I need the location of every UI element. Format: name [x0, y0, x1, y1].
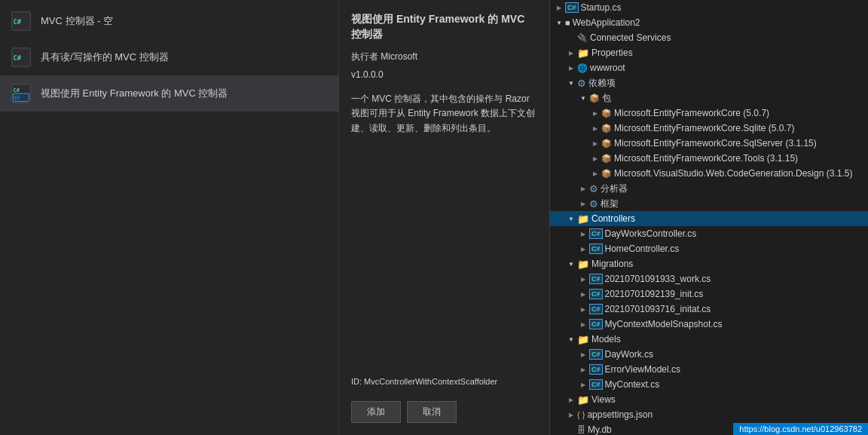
tree-item[interactable]: ▶📁Properties: [550, 45, 868, 60]
tree-label: Microsoft.EntityFrameworkCore.Sqlite (5.…: [614, 123, 794, 133]
tree-icon: 📦: [601, 154, 614, 164]
tree-item[interactable]: ▶C#MyContext.cs: [550, 377, 868, 392]
cancel-button[interactable]: 取消: [407, 401, 457, 423]
tree-item[interactable]: ▶📦Microsoft.EntityFrameworkCore.Tools (3…: [550, 151, 868, 166]
tree-item[interactable]: ▶C#ErrorViewModel.cs: [550, 362, 868, 377]
tree-label: Properties: [591, 47, 633, 58]
tree-item[interactable]: ▶📦Microsoft.EntityFrameworkCore (5.0.7): [550, 106, 868, 121]
tree-item[interactable]: ▶C#20210701091933_work.cs: [550, 271, 868, 286]
tree-icon: 🗄: [577, 425, 588, 434]
tree-item[interactable]: ▼⚙依赖项: [550, 75, 868, 90]
tree-icon: C#: [589, 244, 605, 254]
tree-icon: { }: [577, 410, 587, 419]
tree-item[interactable]: ▶C#MyContextModelSnapshot.cs: [550, 317, 868, 332]
tree-icon: ⚙: [589, 183, 601, 195]
tree-label: Startup.cs: [581, 2, 622, 13]
tree-label: Microsoft.VisualStudio.Web.CodeGeneratio…: [614, 168, 852, 179]
template-list: C# MVC 控制器 - 空 C# 具有读/写操作的 MVC 控制器 C# EF…: [0, 0, 338, 435]
tree-item[interactable]: ▶📦Microsoft.EntityFrameworkCore.Sqlite (…: [550, 121, 868, 136]
tree-icon: C#: [589, 289, 605, 299]
detail-panel: 视图使用 Entity Framework 的 MVC 控制器 执行者 Micr…: [339, 0, 550, 435]
tree-icon: 🔌: [577, 33, 590, 43]
template-icon-mvc-empty: C#: [9, 9, 33, 33]
tree-icon: 📦: [601, 139, 614, 149]
detail-author: 执行者 Microsoft: [351, 51, 537, 63]
tree-item[interactable]: ▶{ }appsettings.json: [550, 407, 868, 422]
tree-item[interactable]: ▶⚙分析器: [550, 181, 868, 196]
tree-item[interactable]: ▼📦包: [550, 90, 868, 106]
svg-text:C#: C#: [14, 54, 22, 62]
tree-item[interactable]: ▶C#Startup.cs: [550, 0, 868, 15]
detail-description: 一个 MVC 控制器，其中包含的操作与 Razor 视图可用于从 Entity …: [351, 92, 537, 365]
status-bar: https://blog.csdn.net/u012963782: [733, 423, 868, 435]
tree-label: 20210701092139_init.cs: [605, 289, 704, 299]
tree-label: Connected Services: [590, 32, 671, 43]
tree-item[interactable]: ▶C#HomeController.cs: [550, 241, 868, 256]
tree-icon: 📦: [589, 93, 602, 103]
tree-arrow: ▶: [577, 351, 589, 358]
tree-label: 依赖项: [588, 77, 616, 90]
tree-icon: 🌐: [577, 63, 590, 73]
tree-item[interactable]: ▶📁Views: [550, 392, 868, 407]
tree-item[interactable]: ▶📦Microsoft.EntityFrameworkCore.SqlServe…: [550, 136, 868, 151]
tree-icon: C#: [589, 364, 605, 375]
tree-arrow: ▶: [577, 366, 589, 373]
tree-item[interactable]: ▶🌐wwwroot: [550, 60, 868, 75]
template-item-mvc-rw[interactable]: C# 具有读/写操作的 MVC 控制器: [0, 39, 338, 75]
tree-label: Migrations: [591, 259, 633, 269]
tree-arrow: ▶: [565, 412, 577, 418]
tree-item[interactable]: ▶C#20210701092139_init.cs: [550, 286, 868, 302]
tree-item[interactable]: ▶C#20210701093716_initat.cs: [550, 302, 868, 317]
tree-arrow: ▼: [553, 20, 565, 26]
template-label-mvc-rw: 具有读/写操作的 MVC 控制器: [41, 51, 169, 64]
template-item-mvc-empty[interactable]: C# MVC 控制器 - 空: [0, 3, 338, 39]
tree-item[interactable]: ▼📁Controllers: [550, 211, 868, 226]
tree-arrow: ▶: [553, 5, 565, 11]
tree-label: DayWork.cs: [605, 349, 653, 360]
solution-explorer: ▶C#Startup.cs▼■WebApplication2🔌Connected…: [550, 0, 868, 435]
tree-label: MyContextModelSnapshot.cs: [605, 319, 723, 329]
tree-icon: 📁: [577, 47, 591, 59]
tree-item[interactable]: ▶📦Microsoft.VisualStudio.Web.CodeGenerat…: [550, 166, 868, 181]
tree-icon: C#: [589, 228, 605, 239]
template-icon-mvc-rw: C#: [9, 45, 33, 69]
tree-item[interactable]: ▼■WebApplication2: [550, 15, 868, 30]
tree-label: wwwroot: [590, 63, 625, 73]
tree-item[interactable]: ▶C#DayWork.cs: [550, 347, 868, 362]
tree-icon: C#: [589, 349, 605, 360]
tree-arrow: ▼: [565, 261, 577, 268]
tree-label: DayWorksController.cs: [605, 228, 697, 239]
tree-label: 框架: [601, 198, 619, 210]
tree-icon: ⚙: [589, 198, 601, 210]
tree-label: 20210701091933_work.cs: [605, 274, 711, 284]
tree-arrow: ▶: [565, 50, 577, 57]
tree-arrow: ▶: [577, 276, 589, 283]
tree-item[interactable]: ▶⚙框架: [550, 196, 868, 211]
add-button[interactable]: 添加: [351, 401, 401, 423]
tree-item[interactable]: ▶C#DayWorksController.cs: [550, 226, 868, 241]
svg-text:C#: C#: [14, 18, 22, 26]
tree-arrow: ▶: [577, 321, 589, 328]
tree-arrow: ▼: [565, 216, 577, 222]
tree-icon: 📁: [577, 213, 591, 225]
tree-item[interactable]: ▼📁Migrations: [550, 256, 868, 271]
tree-label: Controllers: [591, 213, 635, 224]
tree-arrow: ▼: [565, 336, 577, 343]
tree-label: appsettings.json: [587, 409, 653, 420]
tree-icon: C#: [565, 2, 581, 13]
tree-icon: C#: [589, 379, 605, 390]
tree-arrow: ▶: [577, 306, 589, 313]
tree-label: 分析器: [601, 182, 628, 195]
template-item-mvc-ef[interactable]: C# EF 视图使用 Entity Framework 的 MVC 控制器: [0, 75, 338, 112]
tree-item[interactable]: ▼📁Models: [550, 332, 868, 347]
tree-icon: C#: [589, 274, 605, 284]
tree-icon: ⚙: [577, 78, 588, 89]
tree-label: 20210701093716_initat.cs: [605, 304, 711, 314]
tree-arrow: ▶: [589, 170, 601, 177]
tree-label: Microsoft.EntityFrameworkCore (5.0.7): [614, 108, 769, 118]
tree-icon: 📦: [601, 109, 614, 118]
tree-label: Microsoft.EntityFrameworkCore.Tools (3.1…: [614, 153, 798, 164]
tree-label: 包: [602, 92, 611, 105]
tree-item[interactable]: 🔌Connected Services: [550, 30, 868, 45]
action-buttons: 添加 取消: [351, 392, 537, 423]
